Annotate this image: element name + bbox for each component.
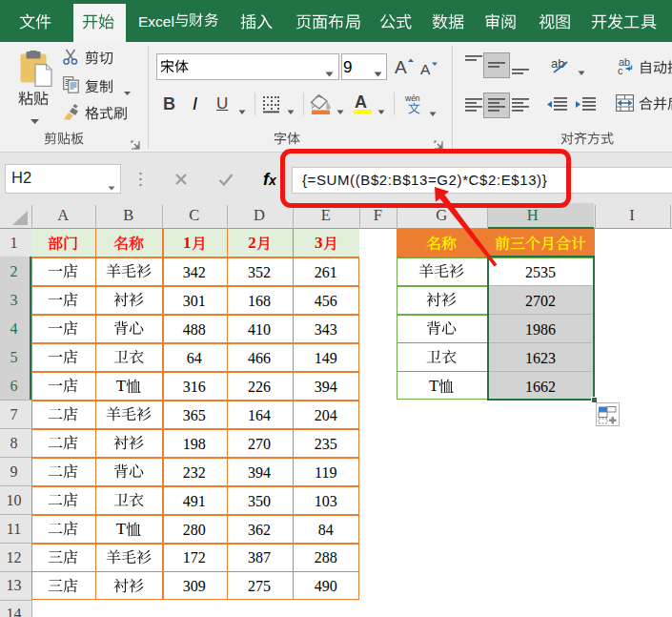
svg-text:A: A [420, 61, 431, 77]
svg-text:A: A [395, 57, 407, 77]
svg-text:c: c [618, 65, 623, 75]
svg-text:A: A [355, 93, 367, 112]
